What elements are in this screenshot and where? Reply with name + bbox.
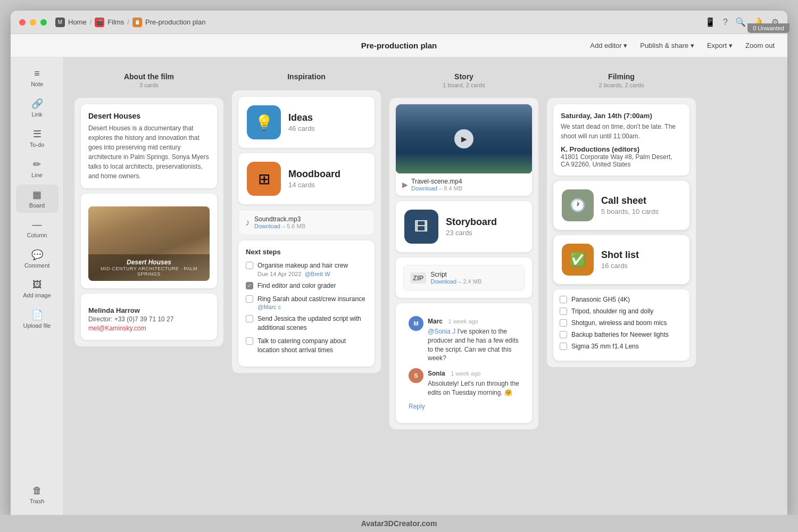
about-cards: Desert Houses Desert Houses is a documen…	[74, 98, 223, 346]
filming-cards: Saturday, Jan 14th (7:00am) We start dea…	[547, 98, 696, 367]
video-file-icon: ▶	[402, 180, 408, 189]
contact-email[interactable]: mel@Kaminsky.com	[88, 325, 146, 332]
breadcrumb: M Home / 🎬 Films / 📋 Pre-production plan	[55, 18, 205, 27]
task-2-checkbox[interactable]	[246, 282, 253, 289]
call-sheet-count: 5 boards, 10 cards	[601, 207, 659, 215]
check-4: Backup batteries for Neewer lights	[560, 331, 683, 338]
storyboard-count: 23 cards	[446, 229, 497, 237]
shot-list-card[interactable]: ✅ Shot list 16 cards	[553, 235, 689, 284]
task-5: Talk to catering company about location …	[246, 337, 367, 355]
reply-button[interactable]: Reply	[409, 403, 519, 410]
zip-icon: ZIP	[410, 272, 426, 284]
desert-houses-image-card: Desert Houses MID-CENTURY ARCHITECTURE ·…	[81, 194, 217, 288]
soundtrack-info: Soundtrack.mp3 Download – 5.6 MB	[254, 215, 305, 229]
check-5: Sigma 35 mm f1.4 Lens	[560, 343, 683, 350]
moodboard-title: Moodboard	[288, 169, 340, 180]
breadcrumb-home[interactable]: Home	[68, 18, 87, 26]
breadcrumb-plan[interactable]: Pre-production plan	[145, 18, 205, 26]
sidebar-item-trash[interactable]: 🗑 Trash	[16, 481, 59, 509]
script-file-size: Download – 2.4 MB	[430, 278, 481, 285]
help-icon[interactable]: ?	[723, 18, 728, 27]
about-column-header: About the film 3 cards	[74, 68, 223, 93]
soundtrack-size: Download – 5.6 MB	[254, 223, 305, 229]
zoom-out-button[interactable]: Zoom out	[741, 39, 779, 52]
home-icon: M	[55, 18, 65, 27]
script-file-name: Script	[430, 271, 481, 278]
task-4-checkbox[interactable]	[246, 315, 253, 322]
soundtrack-action[interactable]: Download	[254, 223, 280, 229]
task-3-meta: @Marc c	[257, 304, 365, 310]
sidebar-item-board[interactable]: ▦ Board	[16, 185, 59, 213]
add-image-icon: 🖼	[32, 279, 42, 290]
sidebar-item-line[interactable]: ✏ Line	[16, 154, 59, 182]
video-download[interactable]: Download	[411, 185, 437, 192]
sidebar-item-upload-file[interactable]: 📄 Upload file	[16, 305, 59, 333]
export-button[interactable]: Export ▾	[703, 39, 737, 52]
ideas-count: 46 cards	[288, 124, 315, 132]
minimize-button[interactable]	[30, 19, 36, 26]
marc-text: @Sonia J I've spoken to the producer and…	[428, 327, 519, 363]
device-icon[interactable]: 📱	[705, 17, 716, 27]
task-1-text: Organise makeup and hair crew	[257, 261, 348, 270]
script-download[interactable]: Download	[430, 278, 456, 285]
desert-houses-image: Desert Houses MID-CENTURY ARCHITECTURE ·…	[88, 206, 210, 281]
company-address: 41801 Corporate Way #8, Palm Desert, CA …	[561, 153, 682, 168]
play-button[interactable]: ▶	[454, 129, 473, 148]
check-5-box[interactable]	[560, 343, 567, 350]
sidebar-item-comment[interactable]: 💬 Comment	[16, 245, 59, 273]
storyboard-card[interactable]: 🎞 Storyboard 23 cards	[396, 201, 532, 252]
check-1-box[interactable]	[560, 296, 567, 303]
about-column-title: About the film	[79, 72, 219, 81]
storyboard-info: Storyboard 23 cards	[446, 217, 497, 237]
sidebar-item-link[interactable]: 🔗 Link	[16, 94, 59, 122]
upload-file-icon: 📄	[31, 309, 43, 321]
story-cards: ▶ ▶ Travel-scene.mp4 Download – 8.4 MB	[389, 98, 538, 429]
sidebar-item-todo[interactable]: ☰ To-do	[16, 124, 59, 152]
check-1-text: Panasonic GH5 (4K)	[571, 296, 630, 303]
add-editor-button[interactable]: Add editor ▾	[586, 39, 631, 52]
moodboard-card[interactable]: ⊞ Moodboard 14 cards	[238, 153, 375, 204]
check-4-box[interactable]	[560, 331, 567, 338]
publish-share-button[interactable]: Publish & share ▾	[636, 39, 699, 52]
note-icon: ≡	[34, 68, 40, 79]
check-3-box[interactable]	[560, 319, 567, 327]
task-5-checkbox[interactable]	[246, 337, 253, 345]
column-icon: —	[32, 219, 42, 230]
soundtrack-file-size: 5.6 MB	[287, 223, 305, 229]
storyboard-title: Storyboard	[446, 217, 497, 228]
check-2-text: Tripod, shoulder rig and dolly	[571, 307, 653, 315]
board-area: About the film 3 cards Desert Houses Des…	[64, 57, 787, 515]
marc-time: 1 week ago	[448, 318, 478, 325]
sidebar-item-note[interactable]: ≡ Note	[16, 64, 59, 92]
shoot-note: We start dead on time, don't be late. Th…	[561, 122, 682, 141]
call-sheet-card[interactable]: 🕐 Call sheet 5 boards, 10 cards	[553, 181, 689, 230]
sidebar-item-column[interactable]: — Column	[16, 215, 59, 243]
music-icon: ♪	[245, 217, 250, 228]
comments-card: M Marc 1 week ago @Sonia J I've spoken t…	[396, 303, 532, 423]
search-icon[interactable]: 🔍	[735, 17, 746, 27]
shot-list-count: 16 cards	[601, 262, 639, 270]
checklist-card: Panasonic GH5 (4K) Tripod, shoulder rig …	[553, 289, 689, 361]
plan-icon: 📋	[132, 18, 142, 27]
task-3: Ring Sarah about cast/crew insurance @Ma…	[246, 295, 367, 311]
sidebar-item-add-image[interactable]: 🖼 Add image	[16, 275, 59, 303]
task-1-checkbox[interactable]	[246, 262, 253, 269]
moodboard-info: Moodboard 14 cards	[288, 169, 340, 189]
story-video: ▶	[396, 104, 532, 173]
films-icon: 🎬	[95, 18, 104, 27]
inspiration-column-title: Inspiration	[236, 72, 377, 81]
page-title: Pre-production plan	[361, 41, 437, 50]
documentary-text: Desert Houses is a documentary that expl…	[88, 123, 210, 181]
board-icon: ▦	[32, 189, 41, 201]
task-3-checkbox[interactable]	[246, 295, 253, 303]
check-2-box[interactable]	[560, 307, 567, 315]
title-bar: M Home / 🎬 Films / 📋 Pre-production plan…	[11, 11, 787, 34]
task-1-meta: Due 14 Apr 2022 @Brett W	[257, 271, 348, 277]
close-button[interactable]	[19, 19, 26, 26]
breadcrumb-films[interactable]: Films	[107, 18, 124, 26]
ideas-card[interactable]: 💡 Ideas 46 cards	[238, 97, 375, 148]
maximize-button[interactable]	[40, 19, 47, 26]
trash-icon: 🗑	[32, 485, 42, 496]
script-file-attach: ZIP Script Download – 2.4 MB	[403, 265, 525, 290]
task-1: Organise makeup and hair crew Due 14 Apr…	[246, 261, 367, 277]
